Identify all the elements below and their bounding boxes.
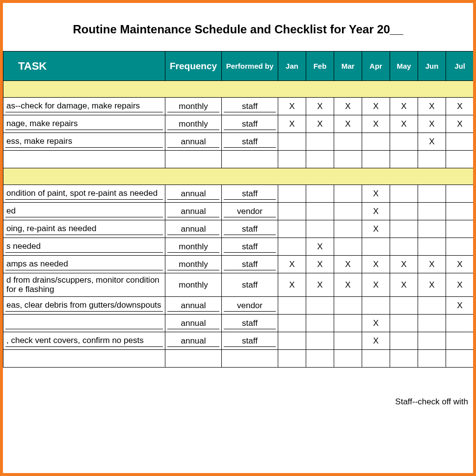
performed-by-cell: staff	[222, 315, 278, 332]
month-mark-cell: X	[362, 220, 390, 238]
frequency-cell	[165, 151, 222, 168]
header-performed-by: Performed by	[222, 52, 278, 81]
month-mark-cell	[418, 332, 446, 350]
table-row: as--check for damage, make repairsmonthl…	[3, 98, 476, 115]
header-month-feb: Feb	[306, 52, 334, 81]
month-mark-cell: X	[278, 256, 306, 273]
performed-by-cell: vendor	[222, 297, 278, 315]
performed-by-cell: staff	[222, 185, 278, 203]
month-mark-cell: X	[446, 115, 474, 133]
task-cell: s needed	[3, 238, 165, 256]
month-mark-cell	[278, 220, 306, 238]
header-month-jun: Jun	[418, 52, 446, 81]
month-mark-cell	[390, 315, 418, 332]
frequency-cell	[165, 350, 222, 368]
month-mark-cell	[474, 98, 476, 115]
table-body: as--check for damage, make repairsmonthl…	[3, 81, 476, 368]
performed-by-cell: staff	[222, 115, 278, 133]
month-mark-cell	[446, 238, 474, 256]
table-row	[3, 151, 476, 168]
month-mark-cell	[474, 315, 476, 332]
table-row: d from drains/scuppers, monitor conditio…	[3, 273, 476, 297]
month-mark-cell	[446, 220, 474, 238]
month-mark-cell	[278, 133, 306, 151]
month-mark-cell: X	[278, 115, 306, 133]
month-mark-cell	[362, 350, 390, 368]
month-mark-cell: X	[362, 273, 390, 297]
month-mark-cell: X	[446, 256, 474, 273]
performed-by-cell: vendor	[222, 203, 278, 220]
month-mark-cell	[334, 203, 362, 220]
month-mark-cell	[446, 315, 474, 332]
month-mark-cell	[334, 315, 362, 332]
month-mark-cell	[418, 203, 446, 220]
month-mark-cell	[306, 315, 334, 332]
month-mark-cell: X	[362, 185, 390, 203]
month-mark-cell	[334, 185, 362, 203]
header-month-jul: Jul	[446, 52, 474, 81]
month-mark-cell	[278, 350, 306, 368]
month-mark-cell: X	[390, 115, 418, 133]
month-mark-cell	[474, 185, 476, 203]
performed-by-cell: staff	[222, 133, 278, 151]
table-row: eas, clear debris from gutters/downspout…	[3, 297, 476, 315]
schedule-table: TASK Frequency Performed by Jan Feb Mar …	[3, 51, 476, 368]
month-mark-cell	[334, 220, 362, 238]
task-cell: ess, make repairs	[3, 133, 165, 151]
month-mark-cell: X	[390, 98, 418, 115]
month-mark-cell	[334, 133, 362, 151]
month-mark-cell	[334, 350, 362, 368]
task-cell	[3, 151, 165, 168]
table-row: nage, make repairsmonthlystaffXXXXXXX	[3, 115, 476, 133]
frequency-cell: monthly	[165, 115, 222, 133]
month-mark-cell: X	[362, 98, 390, 115]
month-mark-cell	[334, 238, 362, 256]
month-mark-cell	[306, 185, 334, 203]
task-cell	[3, 350, 165, 368]
month-mark-cell: X	[446, 98, 474, 115]
frequency-cell: annual	[165, 297, 222, 315]
month-mark-cell	[474, 151, 476, 168]
month-mark-cell: X	[334, 273, 362, 297]
month-mark-cell	[474, 133, 476, 151]
month-mark-cell	[390, 238, 418, 256]
month-mark-cell	[418, 220, 446, 238]
month-mark-cell	[390, 185, 418, 203]
month-mark-cell: X	[306, 98, 334, 115]
task-cell: ondition of paint, spot re-paint as need…	[3, 185, 165, 203]
month-mark-cell	[334, 297, 362, 315]
task-cell	[3, 315, 165, 332]
month-mark-cell	[278, 185, 306, 203]
month-mark-cell: X	[390, 273, 418, 297]
month-mark-cell	[418, 297, 446, 315]
month-mark-cell	[474, 332, 476, 350]
month-mark-cell	[418, 238, 446, 256]
month-mark-cell	[474, 115, 476, 133]
task-cell: nage, make repairs	[3, 115, 165, 133]
section-band-cell	[3, 81, 476, 98]
month-mark-cell	[278, 332, 306, 350]
performed-by-cell: staff	[222, 98, 278, 115]
table-row: s neededmonthlystaffX	[3, 238, 476, 256]
performed-by-cell: staff	[222, 332, 278, 350]
performed-by-cell: staff	[222, 238, 278, 256]
month-mark-cell: X	[446, 273, 474, 297]
month-mark-cell	[446, 332, 474, 350]
month-mark-cell	[474, 220, 476, 238]
month-mark-cell	[390, 203, 418, 220]
month-mark-cell: X	[362, 332, 390, 350]
month-mark-cell	[390, 332, 418, 350]
month-mark-cell	[362, 238, 390, 256]
month-mark-cell: X	[306, 273, 334, 297]
section-band-cell	[3, 168, 476, 185]
frequency-cell: annual	[165, 185, 222, 203]
performed-by-cell: staff	[222, 273, 278, 297]
month-mark-cell	[474, 273, 476, 297]
month-mark-cell: X	[362, 203, 390, 220]
month-mark-cell	[418, 151, 446, 168]
month-mark-cell	[306, 220, 334, 238]
frequency-cell: monthly	[165, 256, 222, 273]
header-month-jan: Jan	[278, 52, 306, 81]
month-mark-cell	[278, 297, 306, 315]
frequency-cell: monthly	[165, 273, 222, 297]
